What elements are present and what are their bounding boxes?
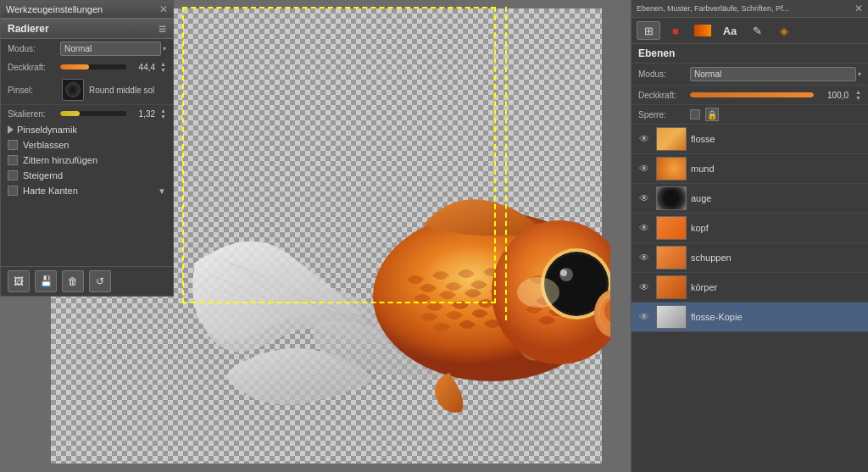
deckkraft-slider[interactable] xyxy=(60,64,126,69)
fish-svg xyxy=(153,110,610,449)
save-preset-button[interactable]: 💾 xyxy=(35,270,57,292)
selection-vertical-line xyxy=(505,7,507,320)
modus-label: Modus: xyxy=(8,44,57,53)
tool-panel: Werkzeugeinstellungen ✕ Radierer ☰ Modus… xyxy=(0,0,174,297)
layers-icon: ⊞ xyxy=(644,25,654,37)
tool-bottom-bar: 🖼 💾 🗑 ↺ xyxy=(1,266,173,296)
text-tab-button[interactable]: Aa xyxy=(718,21,742,40)
layers-deckkraft-label: Deckkraft: xyxy=(638,91,685,100)
lock-icon[interactable]: 🔒 xyxy=(705,108,719,121)
zittern-checkbox[interactable] xyxy=(8,155,18,165)
modus-dropdown-arrow: ▾ xyxy=(163,45,166,53)
layer-thumbnail-flosse-kopie xyxy=(656,305,687,329)
skalieren-label: Skalieren: xyxy=(8,109,57,119)
pinsel-preview[interactable] xyxy=(62,79,84,101)
deckkraft-layers-down[interactable]: ▼ xyxy=(855,95,861,101)
delete-preset-button[interactable]: 🗑 xyxy=(62,270,84,292)
layers-close-button[interactable]: ✕ xyxy=(854,3,863,14)
deckkraft-up-arrow[interactable]: ▲ xyxy=(160,61,166,67)
color-tab-button[interactable]: ◈ xyxy=(772,21,796,40)
layers-deckkraft-slider[interactable] xyxy=(690,92,814,97)
skalieren-slider-fill xyxy=(60,111,80,116)
tool-panel-close-button[interactable]: ✕ xyxy=(159,3,168,15)
gradient-icon xyxy=(694,25,711,36)
gradient-tab-button[interactable] xyxy=(691,21,715,40)
layer-visibility-schuppen[interactable]: 👁 xyxy=(637,250,652,265)
tool-panel-title: Werkzeugeinstellungen ✕ xyxy=(1,1,173,19)
deckkraft-slider-fill xyxy=(60,64,89,69)
verblassen-label: Verblassen xyxy=(23,140,69,150)
layer-row-flosse-kopie[interactable]: 👁 flosse-Kopie xyxy=(632,303,868,332)
pinseldynamik-label: Pinseldynamik xyxy=(17,125,77,135)
skalieren-up-arrow[interactable]: ▲ xyxy=(160,108,166,114)
save-preset-icon: 💾 xyxy=(40,275,53,287)
deckkraft-down-arrow[interactable]: ▼ xyxy=(160,67,166,73)
verblassen-checkbox[interactable] xyxy=(8,140,18,150)
new-preset-icon: 🖼 xyxy=(14,275,24,287)
layers-deckkraft-value: 100,0 xyxy=(819,91,849,100)
layer-row-flosse[interactable]: 👁 flosse xyxy=(632,125,868,154)
sperre-checkbox[interactable] xyxy=(690,109,700,119)
layer-row-schuppen[interactable]: 👁 schuppen xyxy=(632,243,868,273)
zittern-row: Zittern hinzufügen xyxy=(1,153,173,168)
deckkraft-value: 44,4 xyxy=(130,63,155,72)
layers-modus-arrow: ▾ xyxy=(858,70,861,78)
modus-select[interactable]: Normal xyxy=(60,42,161,56)
pinseldynamik-row[interactable]: Pinseldynamik xyxy=(1,122,173,137)
layers-modus-label: Modus: xyxy=(638,69,685,79)
deckkraft-layers-spinner[interactable]: ▲ ▼ xyxy=(855,89,861,101)
pattern-icon: ■ xyxy=(672,25,679,37)
pattern-tab-button[interactable]: ■ xyxy=(664,21,687,40)
layer-row-auge[interactable]: 👁 auge xyxy=(632,184,868,214)
steigernd-row: Steigernd xyxy=(1,168,173,183)
steigernd-label: Steigernd xyxy=(23,170,63,180)
layers-tabs-label: Ebenen, Muster, Farbverläufe, Schriften,… xyxy=(637,4,789,13)
modus-select-wrapper[interactable]: Normal ▾ xyxy=(60,42,166,56)
layer-visibility-flosse-kopie[interactable]: 👁 xyxy=(637,309,652,325)
deckkraft-label: Deckkraft: xyxy=(8,63,57,72)
layer-row-mund[interactable]: 👁 mund xyxy=(632,154,868,184)
layer-name-flosse-kopie: flosse-Kopie xyxy=(691,312,863,322)
brush-tab-icon: ✎ xyxy=(753,25,762,37)
steigernd-checkbox[interactable] xyxy=(8,170,18,180)
layer-visibility-mund[interactable]: 👁 xyxy=(637,161,652,176)
color-tab-icon: ◈ xyxy=(780,25,788,37)
collapse-icon[interactable]: ▼ xyxy=(158,186,166,196)
brush-tab-button[interactable]: ✎ xyxy=(745,21,769,40)
layers-modus-row: Modus: Normal ▾ xyxy=(632,64,868,86)
reset-button[interactable]: ↺ xyxy=(89,270,111,292)
skalieren-down-arrow[interactable]: ▼ xyxy=(160,114,166,119)
pinsel-name-text: Round middle sol xyxy=(89,86,154,95)
layer-visibility-kopf[interactable]: 👁 xyxy=(637,220,652,236)
skalieren-spinner[interactable]: ▲ ▼ xyxy=(160,108,166,119)
layers-panel: Ebenen, Muster, Farbverläufe, Schriften,… xyxy=(631,0,868,472)
pinsel-row: Pinsel: Round middle sol xyxy=(1,75,173,105)
layers-tab-button[interactable]: ⊞ xyxy=(637,21,660,40)
skalieren-slider[interactable] xyxy=(60,111,126,116)
skalieren-row: Skalieren: 1,32 ▲ ▼ xyxy=(1,105,173,122)
layers-tabs-bar: Ebenen, Muster, Farbverläufe, Schriften,… xyxy=(632,0,868,18)
tool-panel-title-text: Werkzeugeinstellungen xyxy=(6,4,103,14)
tool-section-header: Radierer ☰ xyxy=(1,19,173,39)
verblassen-row: Verblassen xyxy=(1,137,173,153)
deckkraft-spinner[interactable]: ▲ ▼ xyxy=(160,61,166,73)
layers-modus-select[interactable]: Normal xyxy=(690,67,856,81)
layer-row-kopf[interactable]: 👁 kopf xyxy=(632,214,868,243)
harte-kanten-checkbox[interactable] xyxy=(8,186,18,196)
layer-name-schuppen: schuppen xyxy=(691,253,863,263)
sperre-label: Sperre: xyxy=(638,110,685,119)
layer-thumbnail-schuppen xyxy=(656,246,687,269)
tool-section-menu-icon[interactable]: ☰ xyxy=(159,25,166,34)
layer-name-auge: auge xyxy=(691,193,863,203)
layer-thumbnail-auge xyxy=(656,186,687,210)
pinsel-label: Pinsel: xyxy=(8,86,57,95)
new-preset-button[interactable]: 🖼 xyxy=(8,270,30,292)
layer-row-koerper[interactable]: 👁 körper xyxy=(632,273,868,303)
layer-visibility-flosse[interactable]: 👁 xyxy=(637,131,652,147)
layer-thumbnail-kopf xyxy=(656,216,687,240)
deckkraft-layers-up[interactable]: ▲ xyxy=(855,89,861,95)
layer-visibility-koerper[interactable]: 👁 xyxy=(637,280,652,295)
layer-visibility-auge[interactable]: 👁 xyxy=(637,191,652,206)
svg-point-25 xyxy=(517,277,559,308)
layer-thumbnail-mund xyxy=(656,157,687,180)
